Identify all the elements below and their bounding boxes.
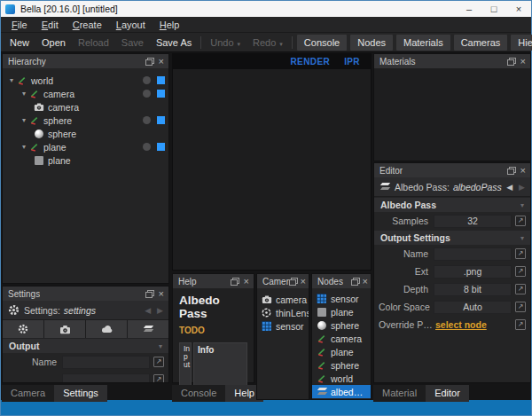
expander-icon[interactable]: ▾: [7, 76, 16, 84]
materials-content[interactable]: [374, 68, 530, 161]
tab-settings-passes[interactable]: [128, 320, 168, 338]
tab-settings-general[interactable]: [3, 320, 43, 338]
tree-row-sphere-xform[interactable]: ▾ sphere: [3, 114, 168, 127]
tab-settings-camera[interactable]: [44, 320, 85, 338]
list-item-sensor[interactable]: sensor: [257, 319, 309, 333]
visibility-square-toggle[interactable]: [157, 90, 165, 98]
list-item-sensor[interactable]: sensor: [312, 292, 371, 305]
visibility-circle-toggle[interactable]: [143, 76, 151, 84]
tab-settings[interactable]: Settings: [54, 385, 107, 402]
panel-button-hierarchy[interactable]: Hierarchy: [511, 35, 532, 51]
clipped-input[interactable]: [62, 373, 150, 384]
visibility-square-toggle[interactable]: [157, 116, 165, 124]
close-panel-icon[interactable]: ×: [520, 57, 526, 66]
float-panel-icon[interactable]: [351, 278, 360, 286]
minimize-button[interactable]: –: [457, 1, 481, 17]
tree-row-plane-xform[interactable]: ▾ plane: [3, 140, 168, 153]
tab-console[interactable]: Console: [172, 385, 225, 402]
tree-row-plane[interactable]: plane: [3, 153, 168, 167]
visibility-square-toggle[interactable]: [157, 143, 165, 151]
float-panel-icon[interactable]: [507, 58, 516, 66]
menu-layout[interactable]: Layout: [109, 18, 153, 32]
close-panel-icon[interactable]: ×: [520, 166, 526, 175]
collapse-icon[interactable]: ▾: [520, 201, 524, 209]
float-panel-icon[interactable]: [507, 167, 516, 175]
list-item-sphere-xform[interactable]: sphere: [312, 358, 371, 372]
visibility-circle-toggle[interactable]: [143, 90, 151, 98]
menu-create[interactable]: Create: [66, 18, 109, 32]
list-item-thinlens[interactable]: thinLens: [257, 306, 309, 319]
close-panel-icon[interactable]: ×: [159, 289, 164, 298]
list-item-albedo-selected[interactable]: albed…: [312, 385, 371, 398]
list-item-world[interactable]: world: [312, 372, 371, 385]
list-item-camera[interactable]: camera: [257, 293, 309, 306]
save-as-button[interactable]: Save As: [150, 35, 198, 50]
list-item-camera-xform[interactable]: camera: [312, 332, 371, 345]
external-edit-icon[interactable]: ↗: [515, 216, 526, 226]
tree-row-camera[interactable]: camera: [3, 100, 168, 114]
depth-input[interactable]: 8 bit: [434, 283, 512, 296]
reload-button[interactable]: Reload: [72, 35, 115, 50]
external-edit-icon[interactable]: ↗: [515, 319, 526, 330]
undo-button[interactable]: Undo▾: [204, 35, 246, 50]
list-item-beauty[interactable]: beaut…: [312, 398, 371, 400]
float-panel-icon[interactable]: [289, 278, 298, 286]
panel-button-materials[interactable]: Materials: [396, 35, 450, 51]
menu-file[interactable]: File: [4, 18, 35, 32]
forward-icon[interactable]: ▶: [519, 183, 525, 192]
list-item-plane-xform[interactable]: plane: [312, 345, 371, 358]
ipr-mode-button[interactable]: IPR: [344, 57, 360, 67]
section-output[interactable]: Output ▾: [3, 338, 168, 353]
name-input[interactable]: [434, 247, 512, 261]
list-item-sphere[interactable]: sphere: [312, 318, 371, 332]
external-edit-icon[interactable]: ↗: [153, 374, 164, 383]
new-button[interactable]: New: [4, 35, 35, 50]
tree-row-world[interactable]: ▾ world: [3, 74, 168, 87]
float-panel-icon[interactable]: [231, 278, 239, 286]
external-edit-icon[interactable]: ↗: [515, 302, 526, 312]
visibility-square-toggle[interactable]: [157, 76, 165, 84]
panel-button-console[interactable]: Console: [297, 35, 347, 51]
external-edit-icon[interactable]: ↗: [515, 284, 526, 294]
section-output-settings[interactable]: Output Settings ▾: [374, 230, 530, 245]
ext-input[interactable]: .png: [434, 265, 512, 279]
dropdown-arrow-icon[interactable]: ▾: [279, 41, 283, 47]
name-input[interactable]: [62, 356, 150, 369]
visibility-circle-toggle[interactable]: [143, 116, 151, 124]
section-albedo-pass[interactable]: Albedo Pass ▾: [374, 197, 530, 212]
samples-input[interactable]: 32: [434, 215, 512, 228]
color-space-input[interactable]: Auto: [434, 301, 512, 314]
panel-button-nodes[interactable]: Nodes: [350, 35, 393, 51]
tab-settings-environment[interactable]: [86, 320, 127, 338]
back-icon[interactable]: ◀: [506, 183, 512, 192]
dropdown-arrow-icon[interactable]: ▾: [238, 41, 241, 47]
back-icon[interactable]: ◀: [145, 306, 151, 315]
collapse-icon[interactable]: ▾: [520, 234, 524, 242]
float-panel-icon[interactable]: [145, 58, 154, 66]
visibility-circle-toggle[interactable]: [143, 143, 151, 151]
tab-material[interactable]: Material: [373, 385, 426, 402]
external-edit-icon[interactable]: ↗: [515, 266, 526, 277]
external-edit-icon[interactable]: ↗: [515, 248, 526, 259]
close-button[interactable]: ×: [506, 1, 531, 17]
close-panel-icon[interactable]: ×: [363, 277, 368, 286]
close-panel-icon[interactable]: ×: [244, 277, 249, 286]
tree-row-camera-xform[interactable]: ▾ camera: [3, 87, 168, 100]
list-item-plane[interactable]: plane: [312, 305, 371, 318]
collapse-icon[interactable]: ▾: [159, 342, 162, 350]
float-panel-icon[interactable]: [145, 290, 154, 298]
select-node-link[interactable]: select node: [434, 319, 512, 330]
panel-button-cameras[interactable]: Cameras: [454, 35, 508, 51]
tab-editor[interactable]: Editor: [426, 385, 469, 402]
tree-row-sphere[interactable]: sphere: [3, 127, 168, 140]
expander-icon[interactable]: ▾: [20, 90, 28, 98]
menu-edit[interactable]: Edit: [35, 18, 66, 32]
render-mode-button[interactable]: RENDER: [290, 57, 330, 67]
close-panel-icon[interactable]: ×: [301, 277, 306, 286]
expander-icon[interactable]: ▾: [20, 143, 28, 151]
redo-button[interactable]: Redo▾: [246, 35, 289, 50]
menu-help[interactable]: Help: [153, 18, 187, 32]
maximize-button[interactable]: □: [481, 1, 506, 17]
forward-icon[interactable]: ▶: [157, 306, 163, 315]
viewport-panel[interactable]: RENDER IPR: [172, 53, 372, 271]
